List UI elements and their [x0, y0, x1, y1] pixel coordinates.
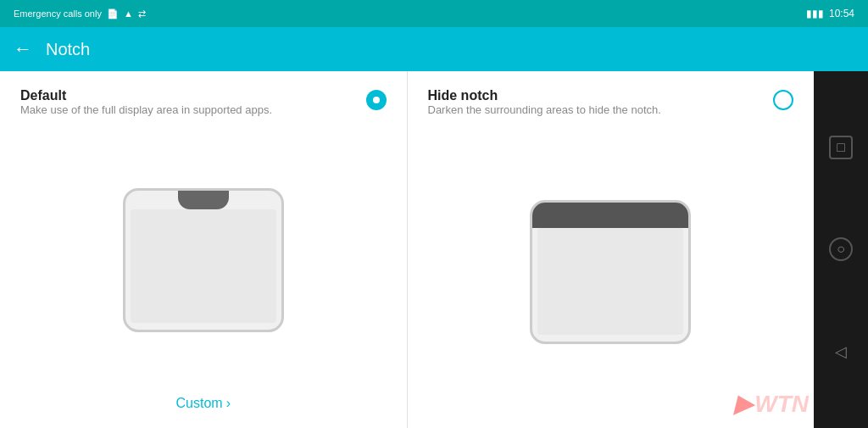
signal-icon: ⇄: [138, 8, 146, 19]
chevron-right-icon: ›: [226, 396, 231, 411]
main-content: Default Make use of the full display are…: [0, 71, 814, 428]
option-hide-desc: Darken the surrounding areas to hide the…: [428, 103, 661, 116]
option-default-header: Default Make use of the full display are…: [20, 88, 387, 130]
back-button[interactable]: ←: [14, 40, 32, 58]
phone-screen-hide: [537, 228, 683, 335]
status-bar: Emergency calls only 📄 ▲ ⇄ ▮▮▮ 10:54: [0, 0, 868, 27]
option-hide-title: Hide notch: [428, 88, 661, 103]
page-header: ← Notch: [0, 27, 868, 71]
option-hide-header: Hide notch Darken the surrounding areas …: [428, 88, 794, 130]
status-bar-right: ▮▮▮ 10:54: [806, 8, 854, 19]
option-hide-notch[interactable]: Hide notch Darken the surrounding areas …: [408, 71, 815, 428]
sim-icon: 📄: [107, 8, 119, 19]
status-bar-left: Emergency calls only 📄 ▲ ⇄: [14, 8, 146, 19]
watermark: ▶ WTN: [734, 390, 809, 418]
default-phone-mockup: [123, 188, 284, 332]
back-nav-button[interactable]: ◁: [829, 340, 853, 364]
phone-notch: [178, 191, 229, 209]
watermark-text: WTN: [754, 391, 809, 418]
custom-link[interactable]: Custom ›: [20, 387, 387, 411]
wifi-icon: ▲: [124, 8, 133, 19]
custom-link-label: Custom: [176, 396, 223, 411]
circle-nav-button[interactable]: ○: [829, 237, 853, 261]
option-hide-radio[interactable]: [773, 90, 793, 110]
option-hide-text-block: Hide notch Darken the surrounding areas …: [428, 88, 661, 130]
hide-phone-mockup: [530, 200, 691, 344]
option-default-title: Default: [20, 88, 272, 103]
option-default-desc: Make use of the full display area in sup…: [20, 103, 272, 116]
time-display: 10:54: [829, 8, 854, 19]
content-wrapper: Default Make use of the full display are…: [0, 71, 868, 428]
phone-hide-bar: [532, 203, 688, 228]
hide-mockup-container: [428, 133, 794, 411]
emergency-calls-text: Emergency calls only: [14, 8, 102, 19]
page-title: Notch: [46, 40, 90, 59]
option-default-text-block: Default Make use of the full display are…: [20, 88, 272, 130]
default-mockup-container: [20, 133, 387, 387]
side-nav-buttons: □ ○ ◁: [814, 71, 868, 428]
phone-screen-default: [131, 209, 276, 323]
option-default[interactable]: Default Make use of the full display are…: [0, 71, 408, 428]
battery-icon: ▮▮▮: [806, 8, 824, 19]
square-nav-button[interactable]: □: [829, 136, 853, 159]
watermark-arrow: ▶: [734, 390, 753, 418]
option-default-radio[interactable]: [366, 90, 387, 110]
